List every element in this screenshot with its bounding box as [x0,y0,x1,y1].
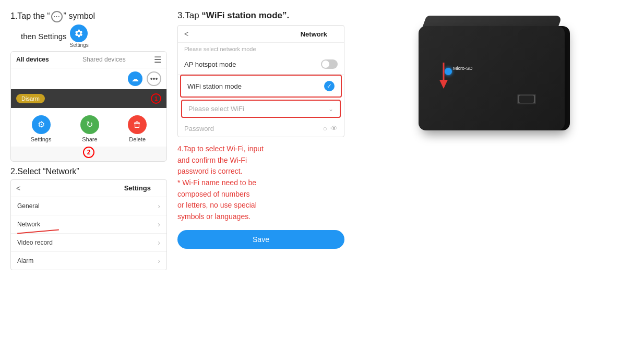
network-mock: < Network Please select network mode AP … [177,25,344,137]
phone-mock-step1: All devices Shared devices ☰ ☁ ••• Disar… [10,51,167,162]
settings-row-video[interactable]: Video record › [11,234,166,252]
wifi-select-placeholder: Please select WiFi [188,105,244,113]
network-back-button[interactable]: < [184,30,188,38]
step4-line4: * Wi-Fi name need to be [177,177,344,189]
delete-action-label: Delete [129,136,146,142]
left-column: 1.Tap the “⋯” symbol then Settings Setti… [10,10,172,270]
chevron-right-icon: › [158,238,160,247]
password-row: Password ○ 👁 [178,120,344,137]
settings-header: < Settings [11,180,166,197]
share-icon-item[interactable]: ↻ Share [80,115,99,142]
password-label: Password [184,125,214,132]
middle-column: 3.Tap “WiFi station mode”. < Network Ple… [172,10,350,249]
wifi-select-dropdown[interactable]: Please select WiFi ⌄ [181,100,341,118]
delete-icon-item[interactable]: 🗑 Delete [128,115,147,142]
share-action-label: Share [82,136,97,142]
settings-action-label: Settings [31,136,52,142]
chevron-right-icon: › [158,202,160,210]
step-circle-2: 2 [83,147,94,158]
share-action-icon: ↻ [80,115,99,134]
microsd-label: Micro-SD [453,66,473,71]
chevron-right-icon: › [158,220,160,228]
settings-row-alarm[interactable]: Alarm › [11,252,166,270]
wifi-station-label: WiFi station mode [187,82,242,90]
wifi-station-option[interactable]: WiFi station mode ✓ [180,75,342,98]
step4-line3: password is correct. [177,166,344,177]
dots-button[interactable]: ••• [147,71,161,86]
settings-general-label: General [17,202,40,210]
step2-title-text: 2.Select “Network” [10,167,79,176]
settings-icon-item[interactable]: ⚙ Settings [31,115,52,142]
wifi-station-check-icon: ✓ [324,81,335,91]
step3-title-bold: “WiFi station mode”. [201,10,289,20]
ap-hotspot-option[interactable]: AP hotspot mode [178,54,344,75]
phone-icons-row: ⚙ Settings ↻ Share 🗑 Delete [11,108,166,147]
settings-action-icon: ⚙ [32,115,51,134]
step1-title-text2: ” symbol [64,11,95,20]
network-header: < Network [178,26,344,43]
cloud-button[interactable]: ☁ [128,71,142,86]
svg-marker-1 [439,80,448,89]
usb-port [517,94,536,104]
step1-subtitle: then Settings Settings [10,25,167,48]
device-image: Micro-SD USB [408,10,575,146]
step1-title: 1.Tap the “⋯” symbol [10,10,167,22]
tab-shared-devices[interactable]: Shared devices [82,56,126,63]
step-circle-1: 1 [151,93,161,104]
delete-action-icon: 🗑 [128,115,147,134]
step4-line7: symbols or languages. [177,211,344,223]
right-column: Micro-SD USB [350,10,634,146]
ap-hotspot-label: AP hotspot mode [184,61,236,68]
step4-block: 4.Tap to select Wi-Fi, input and confirm… [177,143,344,223]
phone-action-buttons: ☁ ••• [11,68,166,89]
chevron-down-icon: ⌄ [328,105,333,113]
chevron-right-icon: › [158,257,160,265]
settings-back-button[interactable]: < [16,184,20,192]
step4-line5: composed of numbers [177,189,344,200]
password-icons: ○ 👁 [323,124,338,132]
usb-port-inner [519,95,534,103]
network-header-title: Network [301,30,327,38]
phone-top-bar: All devices Shared devices ☰ [11,52,166,68]
settings-icon-circle [70,25,88,42]
disarm-button[interactable]: Disarm [16,94,45,103]
settings-network-label: Network [17,221,40,228]
red-arrow [433,60,454,93]
settings-header-title: Settings [124,184,151,192]
then-settings-text: then Settings [21,32,67,41]
settings-row-general[interactable]: General › [11,197,166,215]
settings-mock: < Settings General › Network › Video rec… [10,179,167,270]
network-section-label: Please select network mode [178,43,344,54]
settings-gear-icon [74,29,84,38]
step3-title-prefix: 3.Tap [177,10,201,20]
save-button[interactable]: Save [177,230,344,249]
step1-title-text: 1.Tap the “ [10,11,50,20]
settings-video-label: Video record [17,239,53,246]
menu-icon[interactable]: ☰ [154,55,161,65]
step4-line1: 4.Tap to select Wi-Fi, input [177,143,344,155]
tab-all-devices[interactable]: All devices [16,56,49,63]
step2-title: 2.Select “Network” [10,167,167,176]
ap-hotspot-toggle[interactable] [321,59,338,69]
step4-line2: and confirm the Wi-Fi [177,155,344,166]
network-underline [17,229,59,234]
ellipsis-symbol: ⋯ [51,11,63,22]
step3-title: 3.Tap “WiFi station mode”. [177,10,344,21]
password-clear-icon[interactable]: ○ [323,124,327,132]
phone-dark-bar: Disarm 1 [11,89,166,108]
antenna-bump [518,29,533,44]
settings-icon-label: Settings [70,42,89,48]
settings-alarm-label: Alarm [17,257,33,264]
password-eye-icon[interactable]: 👁 [330,124,338,132]
step4-line6: or letters, no use special [177,200,344,211]
settings-row-network[interactable]: Network › [11,215,166,234]
